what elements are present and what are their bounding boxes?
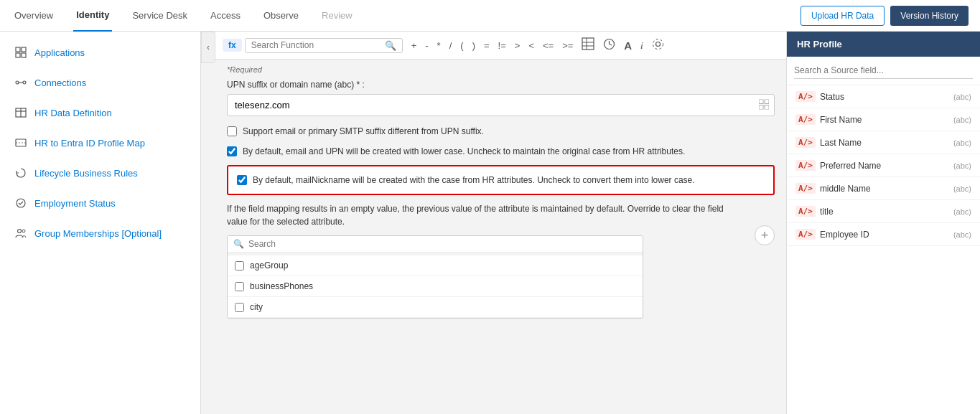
sidebar-item-lifecycle[interactable]: Lifecycle Business Rules — [0, 158, 200, 188]
grid-icon-upn[interactable] — [759, 99, 769, 111]
op-open-paren[interactable]: ( — [457, 39, 466, 52]
hr-field-employeeid[interactable]: A/> Employee ID (abc) — [787, 223, 980, 246]
hr-icon-title: A/> — [795, 206, 816, 217]
nav-access[interactable]: Access — [207, 0, 243, 32]
settings-icon-btn[interactable] — [649, 37, 667, 55]
hr-profile-panel: HR Profile A/> Status (abc) A/> First Na… — [786, 32, 980, 414]
hr-field-status[interactable]: A/> Status (abc) — [787, 85, 980, 108]
group-icon — [14, 227, 27, 240]
highlight-box: By default, mailNickname will be created… — [227, 165, 775, 195]
checkbox-smtp-label: Support email or primary SMTP suffix dif… — [243, 125, 484, 138]
checkbox-mailnickname[interactable] — [237, 175, 247, 185]
hr-field-type-preferredname: (abc) — [953, 161, 971, 170]
sidebar-label-applications: Applications — [34, 47, 85, 58]
checkbox-lowercase[interactable] — [227, 146, 237, 156]
op-greater[interactable]: > — [512, 39, 523, 52]
sidebar-item-hr-data[interactable]: HR Data Definition — [0, 98, 200, 128]
op-divide[interactable]: / — [447, 39, 455, 52]
hr-field-title[interactable]: A/> title (abc) — [787, 200, 980, 223]
nav-overview[interactable]: Overview — [11, 0, 56, 32]
nav-servicedesk[interactable]: Service Desk — [129, 0, 190, 32]
hr-field-name-lastname: Last Name — [820, 138, 949, 148]
collapse-sidebar-button[interactable]: ‹ — [201, 32, 215, 63]
hr-field-type-employeeid: (abc) — [953, 230, 971, 239]
add-button[interactable]: + — [755, 225, 775, 245]
center-content: fx 🔍 + - * / ( ) = != > < <= >= — [215, 32, 786, 414]
dropdown-item-city[interactable]: city — [228, 297, 643, 318]
sidebar-item-hr-profile-map[interactable]: HR to Entra ID Profile Map — [0, 128, 200, 158]
search-icon: 🔍 — [385, 40, 396, 51]
op-plus[interactable]: + — [409, 39, 420, 52]
op-minus[interactable]: - — [422, 39, 431, 52]
nav-items: Overview Identity Service Desk Access Ob… — [11, 0, 801, 32]
sidebar-label-hr-profile-map: HR to Entra ID Profile Map — [34, 138, 145, 149]
nav-identity[interactable]: Identity — [73, 0, 112, 32]
svg-point-5 — [23, 81, 26, 84]
svg-point-14 — [22, 230, 25, 232]
hr-field-lastname[interactable]: A/> Last Name (abc) — [787, 131, 980, 154]
checkbox-city[interactable] — [235, 303, 244, 312]
required-label: *Required — [227, 65, 775, 74]
op-greater-equal[interactable]: >= — [559, 39, 576, 52]
upload-hr-data-button[interactable]: Upload HR Data — [801, 6, 885, 26]
sidebar-item-group-memberships[interactable]: Group Memberships [Optional] — [0, 218, 200, 248]
checkbox-agegroup[interactable] — [235, 261, 244, 270]
nav-observe[interactable]: Observe — [261, 0, 302, 32]
op-not-equals[interactable]: != — [495, 39, 509, 52]
checkbox-mailnickname-label: By default, mailNickname will be created… — [253, 174, 695, 187]
hr-icon-middlename: A/> — [795, 183, 816, 194]
sidebar-item-employment[interactable]: Employment Status — [0, 188, 200, 218]
table-icon-btn[interactable] — [579, 36, 597, 55]
checkbox-smtp[interactable] — [227, 126, 237, 136]
hr-field-type-middlename: (abc) — [953, 184, 971, 193]
hr-field-name-title: title — [820, 207, 949, 217]
businessphones-label: businessPhones — [250, 281, 313, 291]
svg-rect-3 — [22, 53, 26, 57]
attribute-search-input[interactable] — [248, 239, 637, 249]
checkbox-businessphones[interactable] — [235, 282, 244, 291]
hr-field-firstname[interactable]: A/> First Name (abc) — [787, 108, 980, 131]
svg-rect-10 — [16, 139, 26, 146]
op-multiply[interactable]: * — [434, 39, 444, 52]
hr-icon-preferredname: A/> — [795, 160, 816, 171]
hr-profile-search-input[interactable] — [794, 62, 973, 79]
attribute-dropdown: ageGroup businessPhones city — [228, 255, 643, 318]
svg-line-21 — [610, 44, 612, 45]
op-equals[interactable]: = — [481, 39, 493, 52]
city-label: city — [250, 302, 263, 312]
sidebar-item-applications[interactable]: Applications — [0, 37, 200, 67]
svg-rect-0 — [16, 47, 20, 52]
search-function-input[interactable] — [251, 40, 385, 50]
hr-field-type-status: (abc) — [953, 93, 971, 101]
nav-actions: Upload HR Data Version History — [801, 6, 969, 26]
hr-icon-lastname: A/> — [795, 137, 816, 148]
sidebar-label-connections: Connections — [34, 77, 86, 88]
sidebar: Applications Connections HR Data Defin — [0, 32, 201, 414]
top-navigation: Overview Identity Service Desk Access Ob… — [0, 0, 980, 32]
svg-rect-27 — [765, 105, 769, 109]
info-text: If the field mapping results in an empty… — [227, 202, 746, 228]
hr-field-middlename[interactable]: A/> middle Name (abc) — [787, 177, 980, 200]
text-icon-btn[interactable]: A — [621, 38, 635, 53]
info-icon-btn[interactable]: 𝑖 — [638, 38, 646, 53]
clock-icon-btn[interactable] — [600, 37, 618, 55]
upn-input[interactable] — [227, 94, 775, 116]
op-less[interactable]: < — [526, 39, 537, 52]
op-less-equal[interactable]: <= — [540, 39, 556, 52]
sidebar-item-connections[interactable]: Connections — [0, 67, 200, 98]
main-wrapper: fx 🔍 + - * / ( ) = != > < <= >= — [215, 32, 980, 414]
svg-point-12 — [17, 199, 25, 207]
search-function-input-wrap: 🔍 — [245, 38, 403, 53]
checkbox-lowercase-label: By default, email and UPN will be create… — [243, 145, 685, 158]
svg-point-23 — [653, 39, 663, 49]
svg-rect-25 — [765, 99, 769, 103]
checkbox-smtp-row: Support email or primary SMTP suffix dif… — [227, 125, 775, 138]
hr-field-preferredname[interactable]: A/> Preferred Name (abc) — [787, 154, 980, 177]
svg-rect-2 — [16, 53, 20, 57]
version-history-button[interactable]: Version History — [890, 6, 969, 26]
check-circle-icon — [14, 197, 27, 210]
dropdown-item-businessphones[interactable]: businessPhones — [228, 276, 643, 297]
op-close-paren[interactable]: ) — [470, 39, 478, 52]
cycle-icon — [14, 166, 27, 179]
dropdown-item-agegroup[interactable]: ageGroup — [228, 255, 643, 276]
